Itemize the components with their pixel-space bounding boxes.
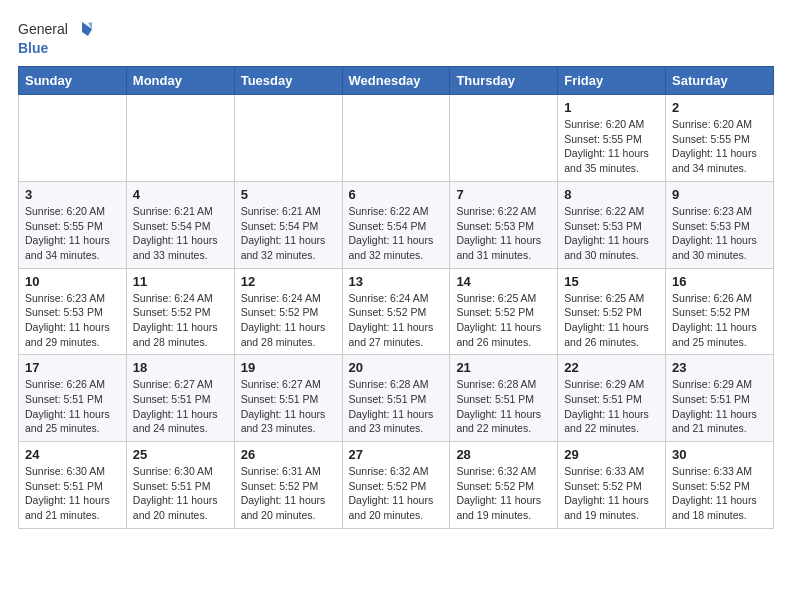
page: General Blue SundayMondayTuesdayWednesda… — [0, 0, 792, 539]
day-number: 12 — [241, 274, 336, 289]
day-info: Sunrise: 6:20 AM Sunset: 5:55 PM Dayligh… — [25, 204, 120, 263]
weekday-header-row: SundayMondayTuesdayWednesdayThursdayFrid… — [19, 67, 774, 95]
day-cell: 22Sunrise: 6:29 AM Sunset: 5:51 PM Dayli… — [558, 355, 666, 442]
day-cell: 21Sunrise: 6:28 AM Sunset: 5:51 PM Dayli… — [450, 355, 558, 442]
day-number: 16 — [672, 274, 767, 289]
day-info: Sunrise: 6:20 AM Sunset: 5:55 PM Dayligh… — [564, 117, 659, 176]
day-cell: 29Sunrise: 6:33 AM Sunset: 5:52 PM Dayli… — [558, 442, 666, 529]
day-info: Sunrise: 6:27 AM Sunset: 5:51 PM Dayligh… — [133, 377, 228, 436]
day-number: 22 — [564, 360, 659, 375]
day-number: 23 — [672, 360, 767, 375]
day-cell: 6Sunrise: 6:22 AM Sunset: 5:54 PM Daylig… — [342, 181, 450, 268]
day-cell: 19Sunrise: 6:27 AM Sunset: 5:51 PM Dayli… — [234, 355, 342, 442]
day-cell: 14Sunrise: 6:25 AM Sunset: 5:52 PM Dayli… — [450, 268, 558, 355]
day-info: Sunrise: 6:22 AM Sunset: 5:53 PM Dayligh… — [564, 204, 659, 263]
day-cell — [450, 95, 558, 182]
day-info: Sunrise: 6:25 AM Sunset: 5:52 PM Dayligh… — [456, 291, 551, 350]
week-row-3: 10Sunrise: 6:23 AM Sunset: 5:53 PM Dayli… — [19, 268, 774, 355]
day-cell: 11Sunrise: 6:24 AM Sunset: 5:52 PM Dayli… — [126, 268, 234, 355]
day-number: 1 — [564, 100, 659, 115]
day-cell: 27Sunrise: 6:32 AM Sunset: 5:52 PM Dayli… — [342, 442, 450, 529]
weekday-thursday: Thursday — [450, 67, 558, 95]
day-number: 15 — [564, 274, 659, 289]
day-number: 3 — [25, 187, 120, 202]
weekday-saturday: Saturday — [666, 67, 774, 95]
logo: General Blue — [18, 18, 92, 56]
day-info: Sunrise: 6:33 AM Sunset: 5:52 PM Dayligh… — [672, 464, 767, 523]
logo-blue-text: Blue — [18, 40, 48, 56]
day-number: 10 — [25, 274, 120, 289]
day-number: 11 — [133, 274, 228, 289]
week-row-2: 3Sunrise: 6:20 AM Sunset: 5:55 PM Daylig… — [19, 181, 774, 268]
day-cell: 28Sunrise: 6:32 AM Sunset: 5:52 PM Dayli… — [450, 442, 558, 529]
day-number: 18 — [133, 360, 228, 375]
day-cell: 30Sunrise: 6:33 AM Sunset: 5:52 PM Dayli… — [666, 442, 774, 529]
day-info: Sunrise: 6:23 AM Sunset: 5:53 PM Dayligh… — [25, 291, 120, 350]
day-cell: 20Sunrise: 6:28 AM Sunset: 5:51 PM Dayli… — [342, 355, 450, 442]
day-cell: 26Sunrise: 6:31 AM Sunset: 5:52 PM Dayli… — [234, 442, 342, 529]
day-cell: 12Sunrise: 6:24 AM Sunset: 5:52 PM Dayli… — [234, 268, 342, 355]
logo-bird-icon — [70, 18, 92, 40]
day-number: 19 — [241, 360, 336, 375]
weekday-tuesday: Tuesday — [234, 67, 342, 95]
week-row-5: 24Sunrise: 6:30 AM Sunset: 5:51 PM Dayli… — [19, 442, 774, 529]
day-cell — [126, 95, 234, 182]
day-number: 25 — [133, 447, 228, 462]
day-info: Sunrise: 6:22 AM Sunset: 5:53 PM Dayligh… — [456, 204, 551, 263]
day-cell: 24Sunrise: 6:30 AM Sunset: 5:51 PM Dayli… — [19, 442, 127, 529]
weekday-wednesday: Wednesday — [342, 67, 450, 95]
logo-general-text: General — [18, 21, 68, 37]
day-cell: 2Sunrise: 6:20 AM Sunset: 5:55 PM Daylig… — [666, 95, 774, 182]
weekday-monday: Monday — [126, 67, 234, 95]
day-info: Sunrise: 6:31 AM Sunset: 5:52 PM Dayligh… — [241, 464, 336, 523]
day-cell — [19, 95, 127, 182]
day-number: 27 — [349, 447, 444, 462]
day-number: 24 — [25, 447, 120, 462]
day-number: 17 — [25, 360, 120, 375]
day-number: 13 — [349, 274, 444, 289]
weekday-friday: Friday — [558, 67, 666, 95]
day-cell: 3Sunrise: 6:20 AM Sunset: 5:55 PM Daylig… — [19, 181, 127, 268]
day-info: Sunrise: 6:26 AM Sunset: 5:52 PM Dayligh… — [672, 291, 767, 350]
day-cell: 4Sunrise: 6:21 AM Sunset: 5:54 PM Daylig… — [126, 181, 234, 268]
day-cell: 23Sunrise: 6:29 AM Sunset: 5:51 PM Dayli… — [666, 355, 774, 442]
day-number: 21 — [456, 360, 551, 375]
day-info: Sunrise: 6:25 AM Sunset: 5:52 PM Dayligh… — [564, 291, 659, 350]
day-number: 7 — [456, 187, 551, 202]
day-cell: 25Sunrise: 6:30 AM Sunset: 5:51 PM Dayli… — [126, 442, 234, 529]
day-cell: 9Sunrise: 6:23 AM Sunset: 5:53 PM Daylig… — [666, 181, 774, 268]
day-number: 29 — [564, 447, 659, 462]
day-cell: 18Sunrise: 6:27 AM Sunset: 5:51 PM Dayli… — [126, 355, 234, 442]
day-number: 20 — [349, 360, 444, 375]
day-cell: 13Sunrise: 6:24 AM Sunset: 5:52 PM Dayli… — [342, 268, 450, 355]
day-info: Sunrise: 6:20 AM Sunset: 5:55 PM Dayligh… — [672, 117, 767, 176]
day-info: Sunrise: 6:21 AM Sunset: 5:54 PM Dayligh… — [133, 204, 228, 263]
day-info: Sunrise: 6:32 AM Sunset: 5:52 PM Dayligh… — [456, 464, 551, 523]
day-cell — [234, 95, 342, 182]
day-info: Sunrise: 6:24 AM Sunset: 5:52 PM Dayligh… — [349, 291, 444, 350]
weekday-sunday: Sunday — [19, 67, 127, 95]
day-info: Sunrise: 6:27 AM Sunset: 5:51 PM Dayligh… — [241, 377, 336, 436]
day-cell: 7Sunrise: 6:22 AM Sunset: 5:53 PM Daylig… — [450, 181, 558, 268]
day-cell: 1Sunrise: 6:20 AM Sunset: 5:55 PM Daylig… — [558, 95, 666, 182]
day-info: Sunrise: 6:21 AM Sunset: 5:54 PM Dayligh… — [241, 204, 336, 263]
day-info: Sunrise: 6:28 AM Sunset: 5:51 PM Dayligh… — [349, 377, 444, 436]
day-number: 9 — [672, 187, 767, 202]
day-info: Sunrise: 6:23 AM Sunset: 5:53 PM Dayligh… — [672, 204, 767, 263]
header: General Blue — [18, 18, 774, 56]
week-row-4: 17Sunrise: 6:26 AM Sunset: 5:51 PM Dayli… — [19, 355, 774, 442]
day-number: 4 — [133, 187, 228, 202]
day-info: Sunrise: 6:22 AM Sunset: 5:54 PM Dayligh… — [349, 204, 444, 263]
day-number: 30 — [672, 447, 767, 462]
day-number: 2 — [672, 100, 767, 115]
day-info: Sunrise: 6:28 AM Sunset: 5:51 PM Dayligh… — [456, 377, 551, 436]
day-cell: 8Sunrise: 6:22 AM Sunset: 5:53 PM Daylig… — [558, 181, 666, 268]
day-number: 5 — [241, 187, 336, 202]
day-number: 28 — [456, 447, 551, 462]
day-cell: 16Sunrise: 6:26 AM Sunset: 5:52 PM Dayli… — [666, 268, 774, 355]
day-info: Sunrise: 6:30 AM Sunset: 5:51 PM Dayligh… — [25, 464, 120, 523]
day-info: Sunrise: 6:30 AM Sunset: 5:51 PM Dayligh… — [133, 464, 228, 523]
day-cell: 5Sunrise: 6:21 AM Sunset: 5:54 PM Daylig… — [234, 181, 342, 268]
day-info: Sunrise: 6:33 AM Sunset: 5:52 PM Dayligh… — [564, 464, 659, 523]
day-number: 14 — [456, 274, 551, 289]
